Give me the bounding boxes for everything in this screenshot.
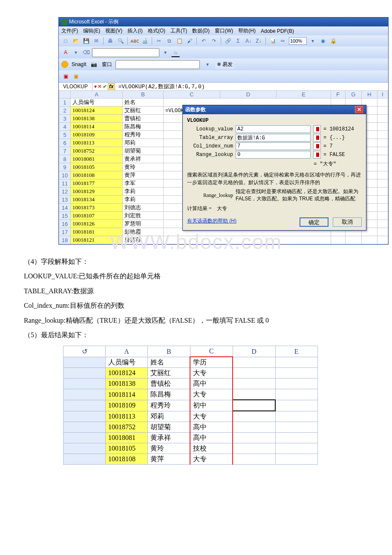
- cell[interactable]: 10018113: [71, 139, 123, 147]
- copy-icon[interactable]: ⧉: [165, 37, 173, 45]
- col-header[interactable]: D: [220, 91, 277, 98]
- row-header[interactable]: [63, 357, 106, 368]
- row-header[interactable]: 11: [59, 179, 71, 188]
- zoom-input[interactable]: [289, 37, 307, 45]
- row-header[interactable]: 7: [59, 147, 71, 155]
- cell[interactable]: [233, 454, 275, 465]
- row-header[interactable]: 2: [59, 107, 71, 115]
- cell[interactable]: 艾丽红: [148, 368, 190, 379]
- cell[interactable]: 10018121: [71, 236, 123, 244]
- cell[interactable]: [233, 368, 275, 379]
- fx-icon[interactable]: fx: [108, 83, 115, 90]
- cell[interactable]: 邓莉: [123, 139, 164, 147]
- cell[interactable]: 10018138: [71, 115, 123, 123]
- menu-item[interactable]: 插入(I): [127, 27, 142, 35]
- cell[interactable]: 陈昌梅: [123, 123, 164, 131]
- cell[interactable]: [377, 179, 388, 188]
- cell[interactable]: 技校: [190, 443, 233, 454]
- cell[interactable]: [377, 171, 388, 179]
- row-header[interactable]: 6: [59, 139, 71, 147]
- row-header[interactable]: 18: [59, 236, 71, 244]
- snagit-capture-icon[interactable]: 📷: [90, 60, 98, 69]
- col-header[interactable]: I: [377, 91, 388, 98]
- cell[interactable]: [377, 204, 388, 212]
- permissions-icon[interactable]: 🔒: [329, 37, 337, 45]
- cell[interactable]: [233, 357, 275, 368]
- spelling-icon[interactable]: ᴀʙᴄ: [130, 37, 139, 45]
- cell[interactable]: 10018108: [71, 171, 123, 179]
- sort-desc-icon[interactable]: Z↓: [254, 37, 263, 45]
- cell[interactable]: [275, 357, 318, 368]
- cell[interactable]: 大专: [190, 454, 233, 465]
- cell[interactable]: 高中: [190, 379, 233, 389]
- row-header[interactable]: 14: [59, 204, 71, 212]
- cell[interactable]: 10018177: [71, 179, 123, 188]
- cell[interactable]: [377, 155, 388, 163]
- col-header[interactable]: [59, 91, 71, 98]
- cell[interactable]: 程秀玲: [123, 131, 164, 139]
- cell[interactable]: [275, 379, 318, 389]
- cell[interactable]: [377, 147, 388, 155]
- cell[interactable]: [377, 196, 388, 204]
- cell[interactable]: [275, 389, 318, 400]
- cell[interactable]: 姓名: [123, 98, 164, 107]
- cell[interactable]: 大专: [190, 368, 233, 379]
- dropdown-icon[interactable]: ▾: [94, 84, 97, 90]
- cell[interactable]: 胡望菊: [148, 422, 190, 433]
- cell[interactable]: 10018129: [71, 188, 123, 196]
- menu-item[interactable]: 数据(D): [192, 27, 210, 35]
- row-header[interactable]: [63, 422, 106, 433]
- cell[interactable]: 罗慧明: [123, 220, 164, 228]
- cell[interactable]: 姓名: [148, 357, 190, 368]
- redo-icon[interactable]: ↷: [210, 37, 218, 45]
- row-header[interactable]: [63, 433, 106, 443]
- cell[interactable]: 10018107: [71, 212, 123, 220]
- cell[interactable]: 10018124: [71, 107, 123, 115]
- research-icon[interactable]: 🔬: [141, 37, 149, 45]
- cell[interactable]: [233, 389, 275, 400]
- row-header[interactable]: [63, 379, 106, 389]
- cell[interactable]: [345, 236, 361, 244]
- row-header[interactable]: 13: [59, 196, 71, 204]
- cell[interactable]: 10018752: [106, 422, 148, 433]
- menu-item[interactable]: 视图(V): [105, 27, 122, 35]
- cell[interactable]: 10018124: [106, 368, 148, 379]
- cell[interactable]: [275, 400, 318, 411]
- snagit-dropdown-icon[interactable]: ▾: [203, 60, 212, 69]
- cell[interactable]: [331, 236, 345, 244]
- cell[interactable]: 黄承祥: [123, 155, 164, 163]
- name-box[interactable]: VLOOKUP: [59, 83, 92, 90]
- cell[interactable]: [377, 163, 388, 171]
- cell[interactable]: 胡望菊: [123, 147, 164, 155]
- cell[interactable]: [275, 411, 318, 422]
- cell[interactable]: 程秀玲: [148, 400, 190, 411]
- drawing-icon[interactable]: ✏: [279, 37, 287, 45]
- row-header[interactable]: 9: [59, 163, 71, 171]
- hyperlink-icon[interactable]: 🔗: [224, 37, 232, 45]
- col-header[interactable]: G: [345, 91, 361, 98]
- font-color-icon[interactable]: A: [61, 48, 70, 57]
- cell[interactable]: [164, 236, 331, 244]
- cell[interactable]: [377, 98, 388, 107]
- cell[interactable]: 黄萍: [123, 171, 164, 179]
- cell[interactable]: 大专: [190, 389, 233, 400]
- cell[interactable]: 人员编号: [71, 98, 123, 107]
- row-header[interactable]: 5: [59, 131, 71, 139]
- sort-asc-icon[interactable]: A↓: [244, 37, 253, 45]
- cell[interactable]: 彭艳霞: [123, 228, 164, 236]
- cell[interactable]: 高中: [190, 433, 233, 443]
- formula-input[interactable]: =VLOOKUP(A2,数据源!A:G,7,0): [117, 83, 207, 90]
- fill-dropdown-icon[interactable]: ▾: [72, 48, 80, 57]
- col-header[interactable]: E: [277, 91, 331, 98]
- cell[interactable]: [233, 443, 275, 454]
- row-header[interactable]: 8: [59, 155, 71, 163]
- row-header[interactable]: 1: [59, 98, 71, 107]
- cell[interactable]: [275, 368, 318, 379]
- cell[interactable]: 陈昌梅: [148, 389, 190, 400]
- clear-icon[interactable]: ⌫: [82, 48, 90, 57]
- snagit-icon[interactable]: [61, 61, 68, 68]
- arg-input[interactable]: [236, 142, 311, 150]
- cell[interactable]: 黄玲: [148, 443, 190, 454]
- cell[interactable]: [275, 454, 318, 465]
- print-icon[interactable]: 🖶: [106, 37, 115, 45]
